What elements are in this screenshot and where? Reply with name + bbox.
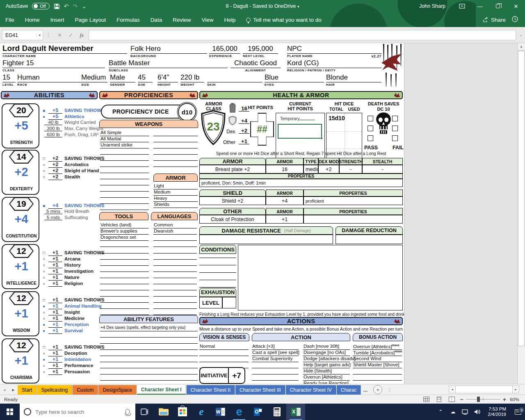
blank-line[interactable] <box>100 297 149 303</box>
fill-handle[interactable] <box>320 137 323 139</box>
blank-line[interactable] <box>153 278 197 284</box>
tab-formulas[interactable]: Formulas <box>111 13 145 27</box>
title-dropdown-icon[interactable]: ▾ <box>297 5 299 9</box>
start-button[interactable] <box>0 404 20 420</box>
blank-line[interactable] <box>353 374 402 381</box>
formula-input[interactable] <box>89 30 516 40</box>
blank-line[interactable] <box>252 362 299 368</box>
ability-card[interactable]: 12 +1 CHARISMA <box>2 338 39 383</box>
calculator-button[interactable] <box>267 404 286 420</box>
ability-card[interactable]: 20 +5 STRENGTH <box>2 103 39 148</box>
horizontal-scroll-track[interactable] <box>456 386 512 393</box>
field-level[interactable]: 15LEVEL <box>2 73 16 87</box>
zoom-slider[interactable]: − + <box>460 396 506 403</box>
show-hidden-icons-chevron[interactable]: ⌃ <box>435 409 446 415</box>
action-center-button[interactable]: 3 <box>511 409 525 415</box>
damage-resistance-value[interactable] <box>199 235 333 244</box>
outlook-button[interactable]: O <box>249 404 267 420</box>
condition-line[interactable] <box>199 281 236 288</box>
customize-qat-icon[interactable]: ⌄ <box>82 3 87 9</box>
blank-line[interactable] <box>252 368 299 374</box>
scroll-up-icon[interactable]: ▲ <box>518 43 525 50</box>
weapon-item[interactable]: All Simple <box>100 130 149 136</box>
undo-icon[interactable]: ↶ <box>64 3 69 9</box>
other-properties[interactable] <box>304 215 403 224</box>
field-character-name[interactable]: Lord Dagult NeveremberCHARACTER NAME <box>2 44 127 58</box>
language-item[interactable]: Dwarvish <box>153 228 197 235</box>
armor-prof-item[interactable]: Light <box>153 183 198 189</box>
blank-line[interactable] <box>153 142 198 148</box>
action-item[interactable]: Disengage [no OAs] <box>303 350 350 356</box>
tool-item[interactable]: Vehicles (land) <box>100 222 148 228</box>
tab-view[interactable]: View <box>196 13 219 27</box>
blank-line[interactable] <box>100 338 198 344</box>
blank-line[interactable] <box>100 173 149 179</box>
blank-line[interactable] <box>100 350 198 356</box>
restore-button[interactable] <box>489 0 507 12</box>
blank-line[interactable] <box>153 241 197 247</box>
condition-line[interactable] <box>199 267 236 273</box>
blank-line[interactable] <box>100 155 149 161</box>
death-save-fail-checkbox[interactable] <box>392 126 398 131</box>
blank-line[interactable] <box>153 130 198 136</box>
blank-line[interactable] <box>100 374 198 381</box>
exhaustion-level-value[interactable] <box>222 297 236 308</box>
sheet-tab-start[interactable]: Start <box>18 385 37 395</box>
blank-line[interactable] <box>153 161 198 167</box>
blank-line[interactable] <box>153 303 197 309</box>
sheet-tab-truncated[interactable]: Charac <box>337 385 361 395</box>
normal-view-icon[interactable] <box>422 396 431 403</box>
sheet-tab-character-sheet-1[interactable]: Character Sheet I <box>137 385 186 395</box>
field-race[interactable]: HumanRACE <box>17 73 81 87</box>
horizontal-scrollbar[interactable]: ◂ ▸ <box>449 386 519 393</box>
death-save-fail-checkbox[interactable] <box>392 116 398 121</box>
close-button[interactable]: ✕ <box>507 0 525 12</box>
blank-line[interactable] <box>252 374 299 381</box>
blank-line[interactable] <box>100 284 149 290</box>
tab-page-layout[interactable]: Page Layout <box>70 13 112 27</box>
more-sheets-indicator[interactable]: ... <box>361 387 371 395</box>
blank-line[interactable] <box>100 368 198 374</box>
file-explorer-button[interactable] <box>154 404 173 420</box>
field-religion[interactable]: Kord (CG)RELIGION / PATRON / DEITY <box>287 58 381 72</box>
field-class[interactable]: Fighter 15CLASS <box>2 58 105 72</box>
field-background[interactable]: Folk HeroBACKGROUND <box>130 44 207 58</box>
ability-card[interactable]: 12 +1 INTELLIGENCE <box>2 244 39 289</box>
minimize-button[interactable]: — <box>471 0 489 12</box>
microphone-icon[interactable] <box>126 409 130 415</box>
blank-line[interactable] <box>100 167 149 173</box>
taskbar-clock[interactable]: 7:53 PM2/4/2019 <box>484 406 509 417</box>
word-button[interactable]: W <box>211 404 230 420</box>
tab-home[interactable]: Home <box>20 13 45 27</box>
weapon-item[interactable]: Unarmed strike <box>100 142 149 148</box>
tab-file[interactable]: File <box>0 13 20 27</box>
action-item[interactable]: Dodge [attackers disadv] <box>303 356 350 362</box>
tab-scroll-right-icon[interactable]: ▸ <box>9 387 18 395</box>
blank-line[interactable] <box>199 350 249 356</box>
damage-reduction-value[interactable] <box>336 235 403 244</box>
blank-line[interactable] <box>153 247 197 253</box>
other-name[interactable]: Cloak of Protection <box>199 215 266 224</box>
zoom-out-icon[interactable]: − <box>460 396 463 403</box>
field-hair[interactable]: BlondeHAIR <box>326 73 381 87</box>
death-save-pass-checkbox[interactable] <box>368 135 373 141</box>
excel-button[interactable]: X <box>286 404 305 420</box>
tab-insert[interactable]: Insert <box>45 13 70 27</box>
blank-line[interactable] <box>100 179 149 185</box>
armor-prof-item[interactable]: Medium <box>153 189 198 196</box>
taskbar-search[interactable] <box>20 404 135 420</box>
network-icon[interactable] <box>460 409 470 415</box>
page-break-preview-icon[interactable] <box>447 396 457 403</box>
bonus-action-item[interactable]: Second Wind <box>353 356 402 362</box>
action-item[interactable]: Cast a spell [see spell] <box>252 350 299 356</box>
blank-line[interactable] <box>100 278 149 284</box>
save-icon[interactable] <box>54 3 60 9</box>
sheet-tab-designspace[interactable]: DesignSpace <box>98 385 136 395</box>
confirm-entry-icon[interactable]: ✓ <box>68 32 73 38</box>
blank-line[interactable] <box>100 303 149 309</box>
blank-line[interactable] <box>100 260 149 266</box>
blank-line[interactable] <box>100 344 198 350</box>
internet-explorer-button[interactable]: e <box>192 404 211 420</box>
blank-line[interactable] <box>153 260 197 266</box>
blank-line[interactable] <box>153 136 198 142</box>
